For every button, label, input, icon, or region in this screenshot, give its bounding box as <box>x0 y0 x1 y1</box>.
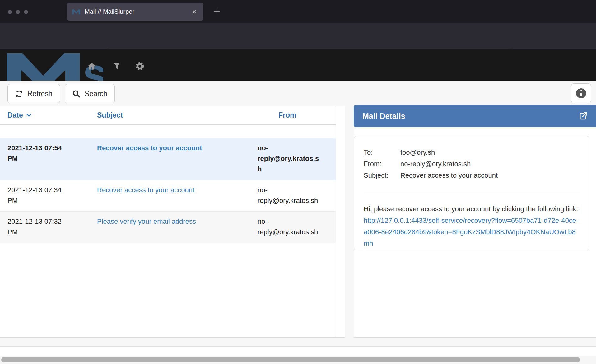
mail-meta-subject: Subject: Recover access to your account <box>364 170 580 181</box>
settings-gear-icon[interactable] <box>135 61 145 71</box>
column-header-from[interactable]: From <box>250 111 336 119</box>
info-icon <box>576 88 586 98</box>
mail-body-text: Hi, please recover access to your accoun… <box>364 205 578 213</box>
favicon-mailslurper-icon <box>72 8 80 16</box>
screen: Mail // MailSlurper <box>0 0 596 364</box>
info-button[interactable] <box>571 83 591 103</box>
column-header-subject[interactable]: Subject <box>90 111 250 119</box>
scrollbar-thumb[interactable] <box>1 357 580 362</box>
refresh-button[interactable]: Refresh <box>7 84 60 103</box>
search-icon <box>72 90 81 98</box>
subject-label: Subject: <box>364 170 400 181</box>
search-button-label: Search <box>85 90 107 98</box>
mail-subject-link[interactable]: Recover access to your account <box>97 144 202 152</box>
recovery-link[interactable]: http://127.0.0.1:4433/self-service/recov… <box>364 217 578 247</box>
browser-toolbar: 127.0.0.1:4436/# 90% <box>0 23 596 49</box>
mail-row-subject: Please verify your email address <box>90 216 250 237</box>
tab-title: Mail // MailSlurper <box>85 8 191 15</box>
refresh-icon <box>15 90 23 98</box>
horizontal-scrollbar[interactable] <box>0 356 596 364</box>
to-value: foo@ory.sh <box>400 147 435 158</box>
mail-row-date: 2021-12-13 07:34 PM <box>0 185 90 206</box>
mail-row-date: 2021-12-13 07:54 PM <box>0 143 90 175</box>
mail-row-1[interactable]: 2021-12-13 07:54 PM Recover access to yo… <box>0 138 336 180</box>
open-external-icon[interactable] <box>578 111 589 121</box>
mail-details-card: To: foo@ory.sh From: no-reply@ory.kratos… <box>354 136 589 250</box>
filter-icon[interactable] <box>112 61 121 70</box>
from-value: no-reply@ory.kratos.sh <box>400 158 471 170</box>
mail-details-header: Mail Details <box>354 105 596 127</box>
browser-tab-bar: Mail // MailSlurper <box>0 0 596 23</box>
home-icon[interactable] <box>87 61 96 71</box>
details-divider <box>364 193 580 193</box>
bottom-strip <box>0 346 596 356</box>
window-controls[interactable] <box>8 10 28 14</box>
app-navbar: s <box>0 49 596 81</box>
mail-list-panel: Date Subject From 2021-12-13 07:54 PM <box>0 106 345 338</box>
new-tab-button[interactable] <box>212 7 221 16</box>
mail-row-3[interactable]: 2021-12-13 07:32 PM Please verify your e… <box>0 212 336 243</box>
mail-subject-link[interactable]: Recover access to your account <box>97 186 194 194</box>
column-header-date-label: Date <box>7 111 23 119</box>
refresh-button-label: Refresh <box>27 90 53 98</box>
mail-meta-to: To: foo@ory.sh <box>364 147 580 158</box>
tab-close-icon[interactable] <box>191 8 198 15</box>
column-header-subject-label: Subject <box>97 111 123 119</box>
mail-row-from: no-reply@ory.kratos.sh <box>250 216 336 237</box>
to-label: To: <box>364 147 400 158</box>
sort-descending-icon <box>26 112 32 118</box>
mail-row-from: no-reply@ory.kratos.sh <box>250 143 336 175</box>
mail-row-subject: Recover access to your account <box>90 185 250 206</box>
mail-row-2[interactable]: 2021-12-13 07:34 PM Recover access to yo… <box>0 180 336 212</box>
column-header-date[interactable]: Date <box>0 111 90 119</box>
mail-body: Hi, please recover access to your accoun… <box>364 203 580 249</box>
mail-table: Date Subject From 2021-12-13 07:54 PM <box>0 106 336 337</box>
mail-table-header: Date Subject From <box>0 106 336 125</box>
search-button[interactable]: Search <box>65 84 115 103</box>
mail-details-title: Mail Details <box>362 112 578 121</box>
subject-value: Recover access to your account <box>400 170 498 181</box>
column-header-from-label: From <box>278 111 296 119</box>
mail-row-from: no-reply@ory.kratos.sh <box>250 185 336 206</box>
mail-row-date: 2021-12-13 07:32 PM <box>0 216 90 237</box>
mail-subject-link[interactable]: Please verify your email address <box>97 217 196 225</box>
mail-row-subject: Recover access to your account <box>90 143 250 175</box>
browser-tab[interactable]: Mail // MailSlurper <box>67 3 203 21</box>
from-label: From: <box>364 158 400 170</box>
mail-details-panel: To: foo@ory.sh From: no-reply@ory.kratos… <box>354 127 596 338</box>
mail-meta-from: From: no-reply@ory.kratos.sh <box>364 158 580 170</box>
